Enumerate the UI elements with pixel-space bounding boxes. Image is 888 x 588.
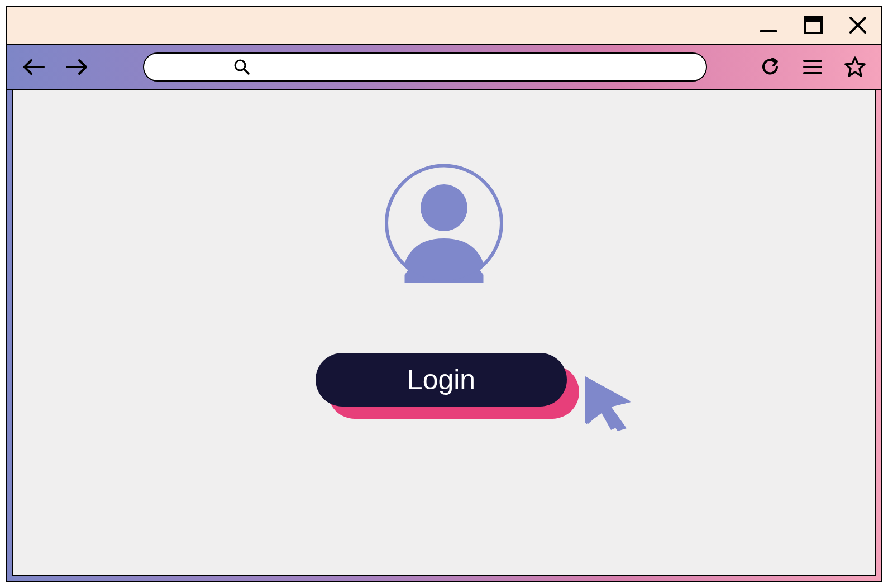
maximize-button[interactable] bbox=[801, 13, 825, 37]
svg-line-8 bbox=[244, 69, 249, 74]
arrow-left-icon bbox=[21, 58, 46, 76]
address-bar[interactable] bbox=[143, 52, 707, 82]
reload-icon bbox=[760, 57, 780, 77]
menu-button[interactable] bbox=[799, 53, 827, 81]
reload-button[interactable] bbox=[756, 53, 784, 81]
svg-marker-17 bbox=[586, 378, 631, 424]
svg-rect-2 bbox=[805, 17, 822, 22]
svg-marker-12 bbox=[846, 58, 865, 76]
browser-toolbar bbox=[7, 45, 881, 90]
svg-point-14 bbox=[421, 184, 467, 231]
search-icon bbox=[233, 59, 250, 75]
star-icon bbox=[844, 56, 866, 78]
cursor-icon bbox=[583, 375, 636, 431]
login-button-group: Login bbox=[316, 353, 572, 414]
minimize-button[interactable] bbox=[756, 13, 781, 37]
browser-window: Login bbox=[6, 6, 882, 582]
page-content: Login bbox=[12, 90, 876, 576]
arrow-right-icon bbox=[65, 58, 89, 76]
hamburger-icon bbox=[803, 59, 823, 75]
user-avatar-icon bbox=[384, 163, 504, 283]
login-button[interactable]: Login bbox=[316, 353, 567, 407]
close-button[interactable] bbox=[846, 13, 870, 37]
maximize-icon bbox=[804, 16, 823, 34]
address-input[interactable] bbox=[228, 54, 622, 80]
avatar bbox=[384, 163, 504, 283]
bookmark-button[interactable] bbox=[841, 53, 869, 81]
minimize-icon bbox=[759, 16, 778, 35]
viewport-frame: Login bbox=[7, 90, 881, 581]
close-icon bbox=[848, 16, 867, 35]
svg-marker-18 bbox=[586, 378, 631, 424]
back-button[interactable] bbox=[19, 52, 48, 82]
window-titlebar bbox=[7, 7, 881, 45]
forward-button[interactable] bbox=[63, 52, 92, 82]
svg-marker-16 bbox=[586, 378, 631, 431]
